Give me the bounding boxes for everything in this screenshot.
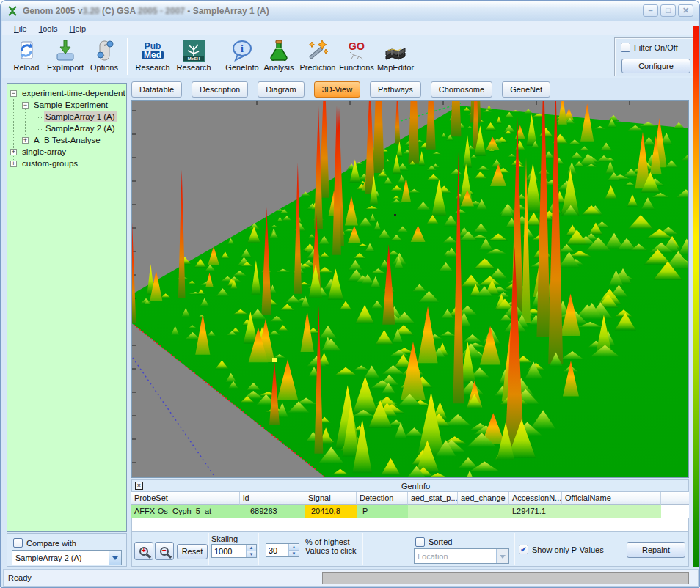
tree-collapse-toggle[interactable] (22, 102, 29, 109)
geninfo-table-empty-area (131, 518, 689, 531)
dropdown-arrow-icon[interactable] (496, 549, 508, 563)
close-button[interactable] (678, 4, 693, 17)
dropdown-arrow-icon[interactable] (109, 551, 121, 565)
tab-chomosome[interactable]: Chomosome (431, 81, 492, 98)
geninfo-panel-header: GenInfo (131, 479, 689, 492)
tab-description[interactable]: Description (192, 81, 248, 98)
menu-tools[interactable]: Tools (33, 23, 64, 34)
surface-3d-view[interactable] (131, 100, 689, 478)
spin-down-icon[interactable] (247, 551, 256, 557)
percent-input[interactable] (266, 544, 288, 556)
functions-button[interactable]: GO Functions (338, 37, 375, 77)
analysis-button[interactable]: Analysis (260, 37, 297, 77)
location-select[interactable]: Location (414, 548, 509, 564)
maximize-button[interactable] (660, 4, 676, 17)
tree-item-ab-test-analyse[interactable]: A_B Test-Analyse (32, 135, 102, 146)
column-header-aed-stat-p[interactable]: aed_stat_p... (408, 492, 458, 505)
status-bar: Ready (3, 569, 699, 587)
tree-expand-toggle[interactable] (10, 161, 17, 167)
column-header-detection[interactable]: Detection (357, 492, 408, 505)
info-bubble-icon: i (230, 38, 255, 62)
filter-checkbox-label: Filter On/Off (634, 43, 678, 52)
column-header-signal[interactable]: Signal (305, 492, 357, 505)
view-tabs: Datatable Description Diagram 3D-View Pa… (131, 81, 550, 99)
controls-divider (208, 533, 209, 565)
cell-extra (661, 505, 689, 518)
percent-spinner[interactable] (288, 544, 299, 556)
tab-diagram[interactable]: Diagram (258, 81, 305, 98)
tree-item-custom-groups[interactable]: custom-groups (21, 158, 79, 169)
filter-checkbox[interactable] (621, 43, 630, 52)
cell-detection: P (357, 505, 408, 518)
prediction-button[interactable]: Prediction (297, 37, 338, 77)
tree-expand-toggle[interactable] (10, 149, 17, 155)
geninfo-table-row[interactable]: AFFX-Os_Cyph_5_at 689263 20410,8 P L2947… (131, 505, 689, 518)
spin-up-icon[interactable] (247, 545, 256, 551)
app-window: Genom 2005 v3.20 (C) GSA 2005 - 2007 - S… (0, 0, 700, 588)
sorted-label: Sorted (429, 537, 452, 546)
mesh-research-button[interactable]: MeSH Research (173, 37, 214, 77)
cell-id: 689263 (240, 505, 305, 518)
view-controls: Reset Skaling % of highest Values to cli… (131, 531, 689, 567)
tree-item-experiment-time-dependent[interactable]: experiment-time-dependent (21, 88, 127, 99)
column-header-aed-change[interactable]: aed_change (458, 492, 509, 505)
window-title: Genom 2005 v3.20 (C) GSA 2005 - 2007 - S… (23, 6, 643, 16)
tree-expand-toggle[interactable] (22, 137, 29, 144)
column-header-empty[interactable] (661, 492, 689, 505)
compare-array-select[interactable]: SampleArray 2 (A) (12, 550, 122, 565)
cell-officialname (562, 505, 661, 518)
tree-item-samplearray-2[interactable]: SampleArray 2 (A) (44, 123, 117, 134)
geninfo-close-icon[interactable] (135, 482, 143, 490)
tab-pathways[interactable]: Pathways (370, 81, 421, 98)
menu-help[interactable]: Help (63, 23, 92, 34)
expimport-button[interactable]: ExpImport (45, 37, 86, 77)
minimize-button[interactable] (643, 4, 658, 17)
skaling-label: Skaling (211, 534, 238, 543)
repaint-button[interactable]: Repaint (627, 542, 685, 558)
tree-item-single-array[interactable]: single-array (21, 147, 68, 158)
geneinfo-button[interactable]: i GeneInfo (224, 37, 260, 77)
selected-probe-marker (272, 358, 277, 362)
tree-item-samplearray-1[interactable]: SampleArray 1 (A) (44, 111, 117, 122)
spin-down-icon[interactable] (289, 551, 299, 556)
pubmed-research-button[interactable]: PubMed Research (132, 37, 173, 77)
compare-panel: Compare with SampleArray 2 (A) (7, 533, 127, 567)
flask-icon (266, 38, 291, 62)
reload-icon (14, 38, 39, 62)
toolbar: Reload ExpImport Options PubMed Research (2, 35, 698, 78)
compare-with-checkbox[interactable] (13, 538, 23, 548)
percent-label-line2: Values to click (305, 546, 357, 555)
sorted-checkbox[interactable] (415, 537, 425, 547)
reset-button[interactable]: Reset (177, 544, 208, 559)
zoom-out-button[interactable] (155, 542, 174, 560)
tab-datatable[interactable]: Datatable (131, 81, 182, 98)
menu-file[interactable]: File (8, 23, 33, 34)
tab-3d-view[interactable]: 3D-View (314, 81, 360, 98)
tree-item-sample-experiment[interactable]: Sample-Experiment (32, 100, 109, 111)
options-button[interactable]: Options (86, 37, 123, 77)
pubmed-icon: PubMed (140, 38, 165, 62)
progress-bar (322, 572, 689, 584)
reload-button[interactable]: Reload (8, 37, 45, 77)
column-header-accession[interactable]: AccessionN... (509, 492, 562, 505)
toolbar-separator (219, 38, 219, 75)
spin-up-icon[interactable] (289, 544, 299, 551)
mapeditor-button[interactable]: MapEditor (375, 37, 416, 77)
mesh-icon: MeSH (181, 38, 206, 62)
status-text: Ready (8, 573, 32, 582)
configure-button[interactable]: Configure (621, 59, 690, 73)
skaling-input[interactable] (212, 545, 246, 557)
skaling-spinner[interactable] (246, 545, 256, 557)
column-header-probeset[interactable]: ProbeSet (131, 492, 240, 505)
percent-spinbox (266, 543, 299, 557)
zoom-in-button[interactable] (134, 542, 153, 560)
menu-bar: File Tools Help (2, 21, 698, 35)
skaling-spinbox (211, 544, 257, 558)
column-header-officialname[interactable]: OfficialName (562, 492, 661, 505)
tree-collapse-toggle[interactable] (10, 90, 17, 97)
surface-svg (132, 101, 688, 477)
controls-divider (362, 533, 363, 565)
column-header-id[interactable]: id (240, 492, 305, 505)
tab-genenet[interactable]: GeneNet (502, 81, 550, 98)
show-pvalues-checkbox[interactable]: ✔ (519, 545, 528, 554)
